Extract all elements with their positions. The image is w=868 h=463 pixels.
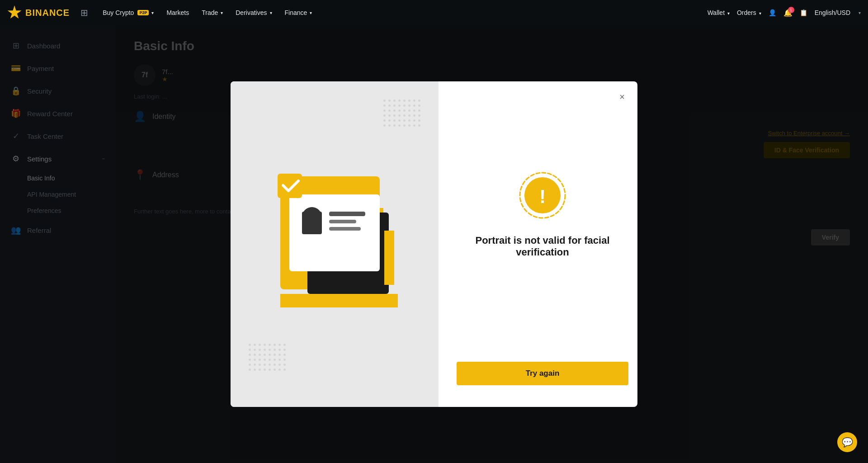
chevron-down-icon: ▾: [727, 11, 730, 16]
close-icon: ×: [619, 92, 625, 102]
modal-title: Portrait is not valid for facial verific…: [457, 235, 628, 258]
user-account-icon[interactable]: 👤: [769, 9, 776, 16]
binance-logo-icon: [7, 5, 22, 20]
svg-rect-8: [329, 227, 361, 231]
svg-rect-5: [302, 212, 322, 234]
grid-menu-icon[interactable]: ⊞: [80, 7, 88, 18]
try-again-button[interactable]: Try again: [457, 362, 628, 385]
svg-rect-9: [278, 174, 302, 198]
modal: ×: [231, 81, 637, 407]
modal-overlay: ×: [0, 25, 868, 463]
chat-widget[interactable]: 💬: [837, 432, 857, 452]
modal-content: ! Portrait is not valid for facial verif…: [457, 103, 628, 344]
dot-pattern-top-right: [383, 99, 420, 127]
svg-rect-6: [329, 212, 365, 216]
modal-right: ! Portrait is not valid for facial verif…: [439, 81, 637, 407]
svg-rect-7: [329, 220, 356, 223]
nav-buy-crypto[interactable]: Buy Crypto P2P ▾: [97, 6, 159, 19]
notification-count: 1: [788, 7, 794, 13]
chat-icon: 💬: [842, 437, 853, 448]
p2p-badge: P2P: [137, 10, 149, 15]
chevron-down-icon: ▾: [270, 10, 272, 15]
language-chevron: ▾: [859, 10, 861, 15]
chevron-down-icon: ▾: [151, 10, 154, 15]
top-navigation: BINANCE ⊞ Buy Crypto P2P ▾ Markets Trade…: [0, 0, 868, 25]
modal-illustration: [231, 81, 439, 407]
nav-links: Buy Crypto P2P ▾ Markets Trade ▾ Derivat…: [97, 6, 708, 19]
svg-rect-12: [280, 294, 398, 307]
download-icon[interactable]: 📋: [800, 9, 807, 16]
svg-rect-11: [384, 231, 394, 285]
chevron-down-icon: ▾: [310, 10, 312, 15]
svg-text:!: !: [539, 186, 546, 207]
nav-markets[interactable]: Markets: [161, 6, 194, 19]
warning-icon-container: !: [518, 170, 567, 222]
id-card-illustration: [262, 158, 407, 330]
logo-text: BINANCE: [25, 8, 70, 18]
svg-rect-10: [353, 280, 363, 290]
warning-circle-icon: !: [518, 170, 567, 220]
modal-close-button[interactable]: ×: [616, 90, 628, 103]
nav-right: Wallet ▾ Orders ▾ 👤 🔔 1 📋 English/USD ▾: [708, 9, 861, 17]
dot-pattern-bottom-left: [249, 344, 286, 371]
nav-orders[interactable]: Orders ▾: [737, 9, 761, 16]
nav-trade[interactable]: Trade ▾: [196, 6, 228, 19]
chevron-down-icon: ▾: [759, 11, 761, 16]
nav-finance[interactable]: Finance ▾: [279, 6, 318, 19]
nav-wallet[interactable]: Wallet ▾: [708, 9, 730, 16]
notification-bell[interactable]: 🔔 1: [783, 9, 793, 17]
chevron-down-icon: ▾: [221, 10, 223, 15]
nav-derivatives[interactable]: Derivatives ▾: [230, 6, 277, 19]
language-selector[interactable]: English/USD: [815, 9, 850, 16]
logo[interactable]: BINANCE: [7, 5, 70, 20]
